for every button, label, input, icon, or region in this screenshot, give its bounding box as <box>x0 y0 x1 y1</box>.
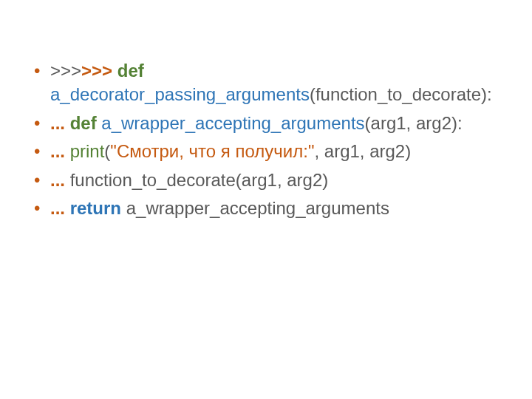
code-segment: a_wrapper_accepting_arguments <box>97 113 365 133</box>
code-segment: "Смотри, что я получил:" <box>110 141 314 161</box>
code-bullet-item: ... print("Смотри, что я получил:", arg1… <box>30 140 502 163</box>
code-segment: return <box>70 198 121 218</box>
code-segment: print <box>70 141 105 161</box>
code-segment: (arg1, arg2): <box>365 113 463 133</box>
code-segment: ... <box>50 170 65 190</box>
code-segment: (function_to_decorate): <box>310 84 492 104</box>
code-segment: >>> <box>50 61 81 81</box>
code-segment: >>> <box>81 61 117 81</box>
code-segment: ... <box>50 113 70 133</box>
code-segment: function_to_decorate(arg1, arg2) <box>65 170 328 190</box>
code-bullet-list: >>>>>> def a_decorator_passing_arguments… <box>30 59 502 220</box>
code-segment: a_wrapper_accepting_arguments <box>121 198 389 218</box>
code-bullet-item: ... def a_wrapper_accepting_arguments(ar… <box>30 112 502 135</box>
code-segment: , arg1, arg2) <box>314 141 411 161</box>
code-segment: def <box>117 61 144 81</box>
code-bullet-item: ... return a_wrapper_accepting_arguments <box>30 197 502 220</box>
code-segment: def <box>70 113 97 133</box>
code-segment: ... <box>50 198 70 218</box>
code-segment: ... <box>50 141 70 161</box>
code-segment: a_decorator_passing_arguments <box>50 84 310 104</box>
code-bullet-item: ... function_to_decorate(arg1, arg2) <box>30 168 502 192</box>
code-bullet-item: >>>>>> def a_decorator_passing_arguments… <box>30 59 502 107</box>
